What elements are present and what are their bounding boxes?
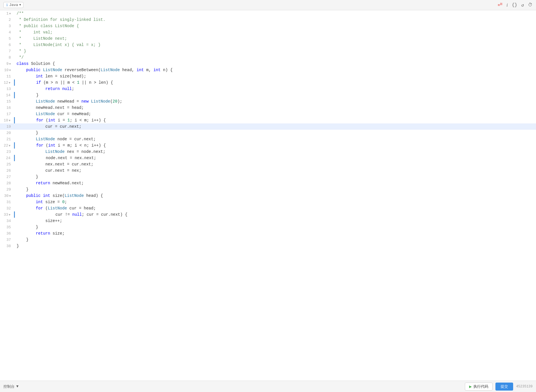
line-number: 4 [0, 29, 14, 35]
table-row: 7 * } [0, 48, 536, 54]
table-row: 25 nex.next = cur.next; [0, 161, 536, 167]
code-line: node.next = nex.next; [14, 155, 536, 161]
fold-arrow-icon[interactable]: ▼ [9, 69, 11, 72]
table-row: 11 int len = size(head); [0, 73, 536, 79]
code-line: nex.next = cur.next; [14, 161, 536, 167]
line-number: 19 [0, 123, 14, 130]
toolbar-left: i Java ▼ [3, 2, 23, 8]
line-number: 18▼ [0, 117, 14, 123]
code-line: for (ListNode cur = head; [14, 205, 536, 211]
line-number: 38 [0, 243, 14, 249]
line-number: 37 [0, 237, 14, 243]
line-number: 34 [0, 218, 14, 224]
code-line: return null; [14, 86, 536, 92]
line-number: 26 [0, 167, 14, 174]
code-line: } [14, 174, 536, 180]
toolbar-right: ≡新 i {} ↺ ⏱ [498, 2, 533, 8]
code-line: ListNode node = cur.next; [14, 136, 536, 142]
line-number: 11 [0, 73, 14, 79]
table-row: 15 ListNode newHead = new ListNode(20); [0, 98, 536, 105]
line-number: 25 [0, 161, 14, 167]
table-row: 32 for (ListNode cur = head; [0, 205, 536, 211]
code-line: } [14, 243, 536, 249]
code-line: } [14, 237, 536, 243]
table-row: 12▼ if (m > n || m < 1 || n > len) { [0, 79, 536, 86]
undo-icon[interactable]: ↺ [521, 2, 524, 8]
table-row: 9▼class Solution { [0, 61, 536, 67]
line-number: 24 [0, 155, 14, 161]
fold-arrow-icon[interactable]: ▼ [9, 144, 10, 147]
table-row: 18▼ for (int i = 1; i < m; i++) { [0, 117, 536, 123]
language-label: Java [9, 3, 18, 7]
table-row: 20 } [0, 130, 536, 136]
submit-label: 提交 [501, 384, 508, 389]
table-row: 21 ListNode node = cur.next; [0, 136, 536, 142]
console-section: 控制台 ▼ [3, 384, 19, 389]
console-label: 控制台 [3, 384, 15, 389]
code-line: cur.next = nex; [14, 167, 536, 174]
code-line: /** [14, 10, 536, 17]
table-row: 27 } [0, 174, 536, 180]
line-number: 23 [0, 149, 14, 155]
console-arrow-icon[interactable]: ▼ [16, 384, 19, 389]
code-line: */ [14, 54, 536, 61]
line-count: 45235139 [516, 385, 533, 389]
toolbar: i Java ▼ ≡新 i {} ↺ ⏱ [0, 0, 536, 10]
table-row: 38} [0, 243, 536, 249]
table-row: 28 return newHead.next; [0, 180, 536, 186]
lang-icon: i [6, 3, 8, 7]
line-number: 12▼ [0, 79, 14, 86]
table-row: 6 * ListNode(int x) { val = x; } [0, 42, 536, 48]
fold-arrow-icon[interactable]: ▼ [9, 119, 10, 122]
code-line: * ListNode next; [14, 35, 536, 42]
fold-arrow-icon[interactable]: ▼ [9, 12, 11, 15]
submit-button[interactable]: 提交 [495, 383, 513, 391]
code-line: * ListNode(int x) { val = x; } [14, 42, 536, 48]
line-number: 27 [0, 174, 14, 180]
line-number: 9▼ [0, 61, 14, 67]
line-number: 22▼ [0, 142, 14, 149]
code-line: cur != null; cur = cur.next) { [14, 211, 536, 218]
line-number: 20 [0, 130, 14, 136]
table-row: 5 * ListNode next; [0, 35, 536, 42]
table-row: 26 cur.next = nex; [0, 167, 536, 174]
run-button[interactable]: ▶ 执行代码 [465, 383, 493, 391]
new-icon[interactable]: ≡新 [498, 2, 503, 7]
table-row: 31 int size = 0; [0, 199, 536, 205]
code-line: public int size(ListNode head) { [14, 193, 536, 199]
code-editor[interactable]: 1▼/**2 * Definition for singly-linked li… [0, 10, 536, 381]
fold-arrow-icon[interactable]: ▼ [9, 213, 10, 217]
line-number: 28 [0, 180, 14, 186]
line-number: 5 [0, 35, 14, 42]
table-row: 10▼ public ListNode reverseBetween(ListN… [0, 67, 536, 73]
line-number: 30▼ [0, 193, 14, 199]
line-number: 15 [0, 98, 14, 105]
code-line: * public class ListNode { [14, 23, 536, 29]
line-number: 35 [0, 224, 14, 230]
line-number: 7 [0, 48, 14, 54]
fold-arrow-icon[interactable]: ▼ [9, 81, 10, 85]
chevron-down-icon: ▼ [19, 3, 21, 7]
line-number: 29 [0, 186, 14, 193]
line-number: 10▼ [0, 67, 14, 73]
action-buttons: ▶ 执行代码 提交 45235139 [465, 383, 533, 391]
code-line: for (int i = 1; i < m; i++) { [14, 117, 536, 123]
line-number: 13 [0, 86, 14, 92]
code-line: for (int i = m; i < n; i++) { [14, 142, 536, 149]
fold-arrow-icon[interactable]: ▼ [9, 63, 11, 66]
table-row: 3 * public class ListNode { [0, 23, 536, 29]
code-line: * } [14, 48, 536, 54]
table-row: 4 * int val; [0, 29, 536, 35]
table-row: 17 ListNode cur = newHead; [0, 111, 536, 117]
line-number: 21 [0, 136, 14, 142]
language-selector[interactable]: i Java ▼ [3, 2, 23, 8]
code-line: ListNode nex = node.next; [14, 149, 536, 155]
clock-icon[interactable]: ⏱ [528, 2, 533, 8]
line-number: 3 [0, 23, 14, 29]
format-icon[interactable]: {} [512, 3, 517, 8]
code-line: return newHead.next; [14, 180, 536, 186]
code-line: * int val; [14, 29, 536, 35]
info-icon[interactable]: i [507, 3, 508, 8]
run-label: 执行代码 [473, 384, 488, 389]
fold-arrow-icon[interactable]: ▼ [9, 195, 11, 198]
